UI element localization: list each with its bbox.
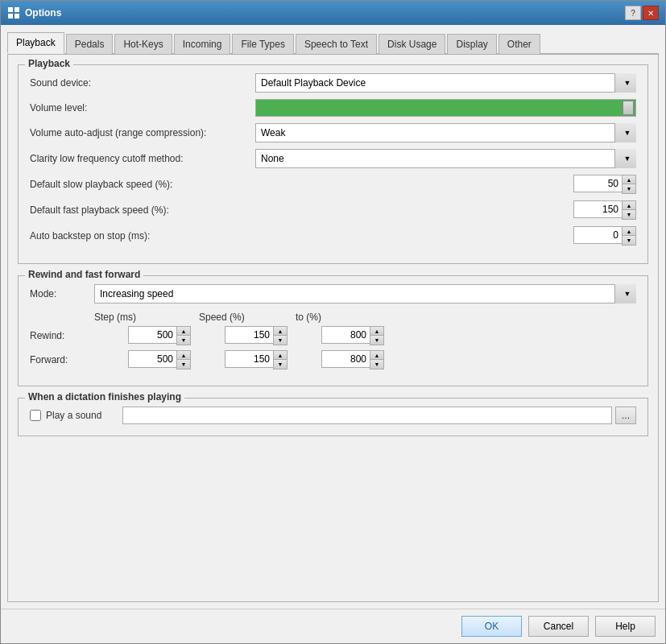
volume-auto-control: Weak None Medium Strong — [255, 123, 636, 142]
title-bar: Options ? ✕ — [1, 1, 665, 25]
close-button[interactable]: ✕ — [643, 6, 659, 20]
forward-to-up[interactable]: ▲ — [370, 351, 383, 360]
sound-file-input[interactable] — [122, 407, 612, 424]
rewind-data-row: Rewind: ▲ ▼ — [30, 326, 636, 345]
clarity-select[interactable]: None Low Medium High — [255, 149, 636, 168]
auto-backstep-input[interactable] — [573, 226, 622, 244]
forward-speed-down[interactable]: ▼ — [274, 360, 287, 369]
tab-playback[interactable]: Playback — [7, 32, 64, 54]
slow-speed-spinner-buttons: ▲ ▼ — [622, 175, 636, 194]
forward-speed-spinner: ▲ ▼ — [225, 350, 287, 369]
volume-level-row: Volume level: — [30, 99, 636, 117]
fast-speed-up-button[interactable]: ▲ — [623, 201, 635, 210]
rewind-speed-up[interactable]: ▲ — [274, 327, 287, 336]
rewind-step-down[interactable]: ▼ — [177, 336, 190, 345]
col-speed-header: Speed (%) — [191, 312, 287, 323]
fast-speed-label: Default fast playback speed (%): — [30, 204, 255, 216]
mode-select[interactable]: Increasing speed Fixed speed Jump — [94, 284, 636, 303]
slow-speed-label: Default slow playback speed (%): — [30, 179, 255, 190]
fast-speed-input[interactable] — [573, 200, 622, 218]
mode-select-wrapper: Increasing speed Fixed speed Jump — [94, 284, 636, 303]
tab-diskusage[interactable]: Disk Usage — [379, 34, 445, 54]
clarity-select-wrapper: None Low Medium High — [255, 149, 636, 168]
forward-to-input[interactable] — [321, 350, 370, 368]
forward-speed-spinner-buttons: ▲ ▼ — [273, 350, 287, 369]
forward-speed-cell: ▲ ▼ — [191, 350, 287, 369]
rewind-to-down[interactable]: ▼ — [370, 336, 383, 345]
auto-backstep-row: Auto backstep on stop (ms): ▲ ▼ — [30, 226, 636, 246]
mode-label: Mode: — [30, 288, 94, 299]
forward-step-spinner: ▲ ▼ — [128, 350, 191, 369]
playback-group-title: Playback — [25, 58, 73, 69]
rewind-step-input[interactable] — [128, 326, 176, 344]
volume-auto-select[interactable]: Weak None Medium Strong — [255, 123, 636, 142]
clarity-control: None Low Medium High — [255, 149, 636, 168]
cancel-button[interactable]: Cancel — [528, 616, 589, 637]
forward-step-down[interactable]: ▼ — [177, 360, 190, 369]
help-title-button[interactable]: ? — [625, 6, 641, 20]
forward-step-cell: ▲ ▼ — [94, 350, 191, 369]
browse-button[interactable]: … — [615, 407, 636, 424]
tab-filetypes[interactable]: File Types — [232, 34, 293, 54]
rewind-group-title: Rewind and fast forward — [25, 269, 143, 280]
tab-display[interactable]: Display — [447, 34, 496, 54]
rewind-speed-input[interactable] — [225, 326, 273, 344]
fast-speed-down-button[interactable]: ▼ — [623, 210, 635, 219]
fast-speed-spinner: ▲ ▼ — [573, 200, 636, 220]
auto-backstep-control: ▲ ▼ — [255, 226, 636, 246]
rewind-step-up[interactable]: ▲ — [177, 327, 190, 336]
tab-pedals[interactable]: Pedals — [66, 34, 114, 54]
col-step-header: Step (ms) — [94, 312, 191, 323]
svg-rect-2 — [8, 14, 13, 19]
clarity-label: Clarity low frequency cutoff method: — [30, 153, 255, 164]
forward-to-cell: ▲ ▼ — [287, 350, 384, 369]
forward-to-down[interactable]: ▼ — [370, 360, 383, 369]
sound-device-label: Sound device: — [30, 77, 255, 89]
play-sound-row: Play a sound … — [30, 407, 636, 424]
forward-speed-up[interactable]: ▲ — [274, 351, 287, 360]
slow-speed-up-button[interactable]: ▲ — [623, 175, 635, 184]
rewind-step-spinner: ▲ ▼ — [128, 326, 191, 345]
forward-step-up[interactable]: ▲ — [177, 351, 190, 360]
slow-speed-down-button[interactable]: ▼ — [623, 184, 635, 193]
forward-label: Forward: — [30, 354, 94, 365]
volume-slider-thumb[interactable] — [623, 101, 634, 115]
forward-step-spinner-buttons: ▲ ▼ — [176, 350, 191, 369]
rewind-speed-down[interactable]: ▼ — [274, 336, 287, 345]
rewind-speed-spinner-buttons: ▲ ▼ — [273, 326, 287, 345]
sound-device-control: Default Playback Device — [255, 73, 636, 93]
help-button[interactable]: Help — [595, 616, 656, 637]
svg-rect-3 — [14, 14, 19, 19]
rewind-step-spinner-buttons: ▲ ▼ — [176, 326, 191, 345]
forward-step-input[interactable] — [128, 350, 176, 368]
volume-bar[interactable] — [255, 99, 636, 117]
forward-speed-input[interactable] — [225, 350, 273, 368]
forward-to-spinner-buttons: ▲ ▼ — [370, 350, 384, 369]
ok-button[interactable]: OK — [461, 616, 522, 637]
play-sound-checkbox[interactable] — [30, 410, 41, 421]
sound-device-select[interactable]: Default Playback Device — [255, 73, 636, 93]
tab-speechtotext[interactable]: Speech to Text — [296, 34, 377, 54]
sound-device-select-wrapper: Default Playback Device — [255, 73, 636, 93]
rewind-to-input[interactable] — [321, 326, 370, 344]
auto-backstep-up-button[interactable]: ▲ — [623, 227, 635, 236]
auto-backstep-label: Auto backstep on stop (ms): — [30, 230, 255, 242]
svg-rect-0 — [8, 7, 13, 12]
forward-to-spinner: ▲ ▼ — [321, 350, 384, 369]
col-to-header: to (%) — [287, 312, 384, 323]
play-sound-label: Play a sound — [46, 410, 101, 421]
tab-incoming[interactable]: Incoming — [174, 34, 231, 54]
rewind-to-spinner: ▲ ▼ — [321, 326, 384, 345]
volume-auto-row: Volume auto-adjust (range compression): … — [30, 123, 636, 142]
auto-backstep-spinner: ▲ ▼ — [573, 226, 636, 246]
volume-level-control — [255, 99, 636, 117]
title-bar-left: Options — [7, 6, 61, 19]
fast-speed-spinner-buttons: ▲ ▼ — [622, 200, 636, 220]
tab-hotkeys[interactable]: Hot-Keys — [114, 34, 172, 54]
clarity-row: Clarity low frequency cutoff method: Non… — [30, 149, 636, 168]
tab-other[interactable]: Other — [498, 34, 540, 54]
auto-backstep-down-button[interactable]: ▼ — [623, 236, 635, 245]
rewind-to-up[interactable]: ▲ — [370, 327, 383, 336]
slow-speed-input[interactable] — [573, 175, 622, 192]
options-window: Options ? ✕ Playback Pedals Hot-Keys Inc… — [0, 0, 666, 644]
